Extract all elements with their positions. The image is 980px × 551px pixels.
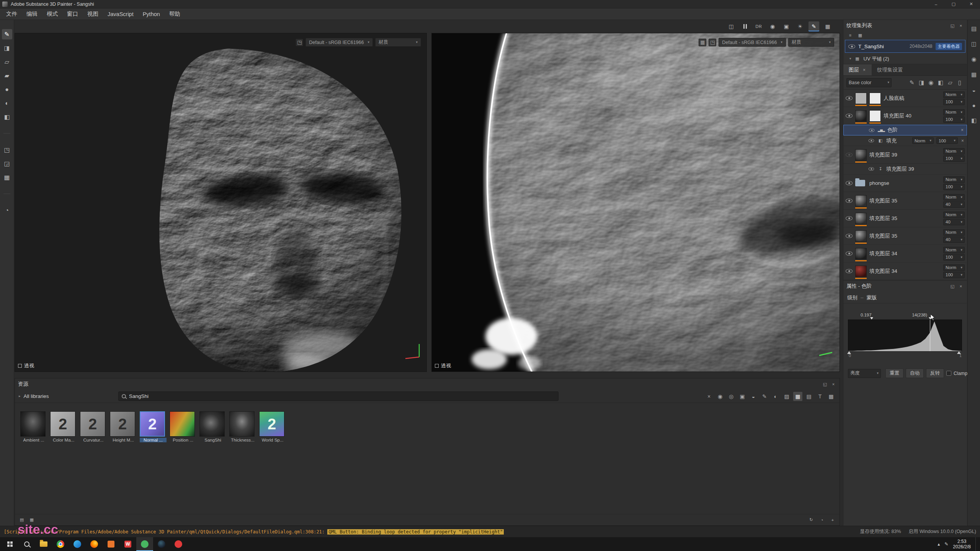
layer-thumbnail[interactable] [855,93,867,104]
asset-tile[interactable]: Ambient ... [20,411,47,442]
asset-tile[interactable]: SangShi [199,411,226,442]
texture-set-view-icon[interactable]: ▦ [857,32,863,38]
popout-properties-icon[interactable]: ◱ [949,283,956,289]
viewport-3d[interactable]: ◳ Default - sRGB IEC61966▾ 材质▾ 透视 [15,33,427,372]
refresh-shelf-icon[interactable]: ↻ [808,517,814,523]
levels-invert-button[interactable]: 反转 [926,368,944,378]
steam-button[interactable] [153,537,170,551]
layer-thumbnail[interactable] [855,248,867,259]
minimize-button[interactable]: – [927,0,945,8]
clone-tool-icon[interactable]: ◐ [2,98,12,108]
add-paint-layer-icon[interactable]: ◉ [927,78,935,87]
opacity-select[interactable]: 100▾ [943,254,965,261]
levels-histogram[interactable]: 0.197 14(238) 0 1 [848,313,962,363]
opacity-select[interactable]: 100▾ [943,184,965,190]
add-mask-icon[interactable]: ◨ [917,78,926,87]
polygon-fill-tool-icon[interactable]: ▰ [2,70,12,81]
layer-thumbnail[interactable] [855,230,867,242]
layer-thumbnail[interactable] [855,266,867,277]
colorspace-dropdown-right[interactable]: Default - sRGB IEC61966▾ [719,38,786,47]
search-input[interactable] [129,393,555,399]
opacity-select[interactable]: 40▾ [943,201,965,208]
snapshot-icon[interactable]: ▦ [2,172,12,183]
eraser-tool-icon[interactable]: ◨ [2,43,12,53]
layer-row[interactable]: 填充图层 34 Norm▾ 100▾ [843,245,967,262]
layer-row[interactable]: 填充图层 35 Norm▾ 40▾ [843,227,967,245]
edge-button[interactable] [69,537,86,551]
blend-mode-select[interactable]: Norm▾ [943,91,965,98]
menu-edit[interactable]: 编辑 [22,8,42,20]
menu-javascript[interactable]: JavaScript [103,8,138,20]
menu-file[interactable]: 文件 [2,8,22,20]
anchor-visibility-icon[interactable] [869,167,874,171]
asset-tile[interactable]: 2 Height M... [110,411,137,442]
layer-row[interactable]: 填充图层 34 Norm▾ 100▾ [843,262,967,280]
smudge-tool-icon[interactable]: ● [2,84,12,95]
opacity-select[interactable]: 100▾ [943,116,965,123]
wireframe-icon[interactable]: ◫ [726,21,737,31]
close-panel-icon[interactable]: × [958,23,964,29]
camera-icon[interactable]: ▣ [781,21,792,31]
menu-help[interactable]: 帮助 [165,8,185,20]
opacity-select[interactable]: 100▾ [943,272,965,278]
layer-row[interactable]: 填充图层 35 Norm▾ 40▾ [843,210,967,227]
layer-row[interactable]: 填充图层 40 Norm▾ 100▾ [843,107,967,125]
blend-mode-select[interactable]: Norm▾ [943,229,965,236]
layer-row[interactable]: 填充图层 39 Norm▾ 100▾ [843,146,967,164]
colorspace-dropdown[interactable]: Default - sRGB IEC61966▾ [305,38,373,47]
menu-python[interactable]: Python [138,8,165,20]
material-view-icon[interactable]: ◉ [767,21,778,31]
blend-mode-select[interactable]: Norm▾ [912,137,934,144]
blend-mode-select[interactable]: Norm▾ [943,109,965,116]
layer-visibility-icon[interactable] [846,269,853,273]
quick-mask-icon[interactable]: ◳ [2,145,12,155]
dock-display-settings-icon[interactable]: ▦ [970,70,978,79]
dock-texture-set-icon[interactable]: ▤ [970,24,978,33]
blend-mode-select[interactable]: Norm▾ [943,176,965,183]
grid-snap-icon[interactable]: ▦ [822,21,833,31]
dock-layers-icon[interactable]: ◫ [970,40,978,48]
layer-visibility-icon[interactable] [846,251,853,256]
layer-thumbnail[interactable] [855,149,867,161]
asset-tile[interactable]: Position ... [170,411,196,442]
effect-visibility-icon[interactable] [869,128,875,132]
clamp-checkbox[interactable] [946,371,951,376]
popout-assets-icon[interactable]: ◱ [822,381,828,387]
dock-shelf-icon[interactable]: ◉ [970,55,978,64]
asset-tile[interactable]: 2 Curvatur... [80,411,107,442]
channel-dropdown[interactable]: 材质▾ [375,38,421,47]
blend-mode-select[interactable]: Norm▾ [943,264,965,271]
layer-visibility-icon[interactable] [846,114,853,118]
anchor-row[interactable]: ↧ 填充图层 39 [843,164,967,174]
tab-layers[interactable]: 图层× [843,64,872,75]
tab-texture-set-settings[interactable]: 纹理集设置 [872,64,908,75]
opacity-select[interactable]: 100▾ [943,155,965,162]
store-button[interactable] [103,537,119,551]
list-view-icon[interactable]: ▤ [804,392,813,401]
layer-visibility-icon[interactable] [846,181,853,185]
asset-tile-selected[interactable]: 2 Normal ... [140,411,167,442]
asset-tile[interactable]: Thickness... [229,411,256,442]
brush-icon[interactable]: ✎ [808,21,819,31]
tab-close-icon[interactable]: × [862,67,866,73]
tray-expand-icon[interactable]: ▴ [938,541,940,547]
effect-visibility-icon[interactable] [869,139,874,142]
delete-layer-icon[interactable]: ▯ [956,78,964,87]
opacity-select[interactable]: 100▾ [943,99,965,105]
add-effect-icon[interactable]: ✎ [908,78,916,87]
alphas-filter-icon[interactable]: ◐ [771,392,780,401]
asset-tile[interactable]: 2 World Sp... [259,411,286,442]
uv-tile-grid-icon[interactable]: ▦ [699,39,706,46]
layer-mask-thumbnail[interactable] [869,110,881,122]
textures-filter-icon[interactable]: ▨ [782,392,791,401]
uv-expander-icon[interactable]: ▾ [849,57,851,60]
opacity-select[interactable]: 40▾ [943,236,965,243]
ink-pen-icon[interactable]: ✎ [944,541,948,547]
grid-view-icon[interactable]: ▦ [793,392,802,401]
add-asset-icon[interactable]: + [830,517,836,523]
notification-center-edge[interactable] [975,537,979,551]
layer-mask-thumbnail[interactable] [869,93,881,104]
layer-visibility-icon[interactable] [846,153,853,157]
dock-properties-icon[interactable]: ◧ [970,116,978,125]
paint-tool-icon[interactable]: ✎ [2,29,12,39]
